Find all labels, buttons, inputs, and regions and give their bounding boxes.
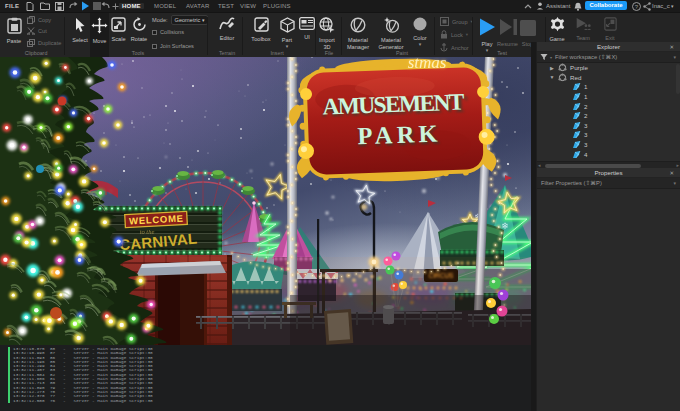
- svg-text:?: ?: [635, 3, 639, 9]
- svg-text:PARK: PARK: [357, 120, 438, 150]
- svg-text:AMUSEMENT: AMUSEMENT: [322, 89, 465, 120]
- svg-text:stmas: stmas: [408, 57, 447, 72]
